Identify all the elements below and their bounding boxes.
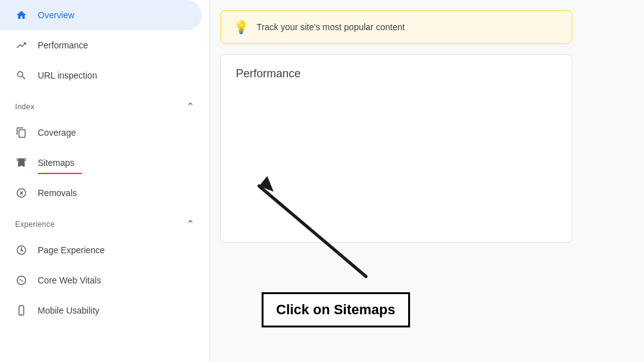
sidebar-item-removals[interactable]: Removals <box>0 178 202 208</box>
performance-card-title: Performance <box>236 67 557 80</box>
sidebar-label-mobile-usability: Mobile Usability <box>38 305 99 315</box>
svg-point-8 <box>21 250 23 251</box>
notification-text: Track your site's most popular content <box>257 22 405 32</box>
mobile-usability-icon <box>15 304 28 317</box>
main-content: 💡 Track your site's most popular content… <box>210 0 644 362</box>
search-icon <box>15 69 28 82</box>
sidebar-item-sitemaps[interactable]: Sitemaps <box>0 148 202 178</box>
sidebar: Overview Performance URL inspection Inde… <box>0 0 210 362</box>
click-label-box: Click on Sitemaps <box>262 292 410 327</box>
performance-card: Performance <box>220 54 572 243</box>
chevron-up-icon[interactable]: ⌃ <box>186 101 194 112</box>
section-header-experience: Experience ⌃ <box>0 208 209 235</box>
sidebar-label-coverage: Coverage <box>38 128 76 138</box>
svg-point-11 <box>21 314 22 315</box>
chevron-up-icon-experience[interactable]: ⌃ <box>186 218 194 230</box>
sitemaps-icon <box>15 156 28 169</box>
click-label-text: Click on Sitemaps <box>276 302 396 317</box>
bulb-icon: 💡 <box>233 19 249 35</box>
sidebar-label-overview: Overview <box>38 10 74 20</box>
notification-banner: 💡 Track your site's most popular content <box>220 10 572 44</box>
section-label-index: Index <box>15 102 35 111</box>
coverage-icon <box>15 126 28 139</box>
sidebar-label-url-inspection: URL inspection <box>38 70 97 80</box>
sidebar-label-core-web-vitals: Core Web Vitals <box>38 275 101 285</box>
section-header-index: Index ⌃ <box>0 90 209 118</box>
removals-icon <box>15 187 28 199</box>
sidebar-item-url-inspection[interactable]: URL inspection <box>0 60 202 90</box>
sidebar-item-performance[interactable]: Performance <box>0 30 202 60</box>
home-icon <box>15 9 28 21</box>
sidebar-item-coverage[interactable]: Coverage <box>0 118 202 148</box>
sidebar-item-mobile-usability[interactable]: Mobile Usability <box>0 295 202 326</box>
section-label-experience: Experience <box>15 220 55 229</box>
sidebar-item-core-web-vitals[interactable]: Core Web Vitals <box>0 265 202 295</box>
trending-icon <box>15 39 28 52</box>
sidebar-item-overview[interactable]: Overview <box>0 0 202 30</box>
page-experience-icon <box>15 244 28 256</box>
sidebar-label-performance: Performance <box>38 40 88 50</box>
sidebar-label-page-experience: Page Experience <box>38 245 105 255</box>
sidebar-item-page-experience[interactable]: Page Experience <box>0 235 202 265</box>
sitemaps-active-underline <box>38 173 82 174</box>
core-web-vitals-icon <box>15 274 28 287</box>
sidebar-label-sitemaps: Sitemaps <box>38 158 74 168</box>
sidebar-label-removals: Removals <box>38 188 77 198</box>
